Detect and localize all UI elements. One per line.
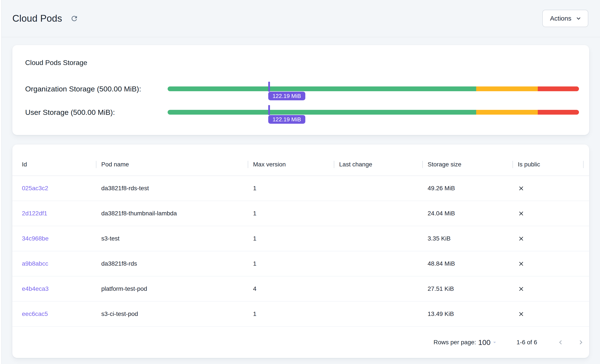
storage-usage-marker xyxy=(268,105,270,115)
storage-size-cell: 13.49 KiB xyxy=(423,310,513,318)
table-row: a9b8abcc da3821f8-rds 1 48.84 MiB xyxy=(12,251,589,276)
pod-name-cell: da3821f8-rds xyxy=(96,260,248,267)
organization-storage-row: Organization Storage (500.00 MiB): 122.1… xyxy=(25,82,579,95)
column-header-max-version[interactable]: Max version xyxy=(248,153,334,175)
page-header: Cloud Pods Actions xyxy=(2,0,600,37)
organization-storage-label: Organization Storage (500.00 MiB): xyxy=(25,85,168,93)
column-header-pod-name[interactable]: Pod name xyxy=(96,153,248,175)
table-row: e4b4eca3 platform-test-pod 4 27.51 KiB xyxy=(12,276,589,302)
column-header-id[interactable]: Id xyxy=(12,153,96,175)
close-icon xyxy=(518,286,525,292)
storage-zone-amber xyxy=(476,86,538,91)
pod-name-cell: da3821f8-rds-test xyxy=(96,185,248,192)
user-storage-bar: 122.19 MiB xyxy=(168,110,579,115)
storage-zone-red xyxy=(538,86,579,91)
storage-bar-track xyxy=(168,110,579,115)
max-version-cell: 1 xyxy=(248,210,334,217)
column-header-storage-size[interactable]: Storage size xyxy=(423,153,513,175)
actions-button-label: Actions xyxy=(550,15,571,22)
table-pagination: Rows per page: 100 1-6 of 6 xyxy=(12,327,589,358)
table-row: 025ac3c2 da3821f8-rds-test 1 49.26 MiB xyxy=(12,176,589,201)
max-version-cell: 1 xyxy=(248,310,334,318)
pod-name-cell: s3-ci-test-pod xyxy=(96,310,248,318)
is-public-cell xyxy=(513,311,584,318)
pod-id-link[interactable]: eec6cac5 xyxy=(22,310,48,317)
chevron-left-icon xyxy=(556,338,565,346)
storage-zone-amber xyxy=(476,110,538,115)
table-row: 34c968be s3-test 1 3.35 KiB xyxy=(12,226,589,251)
chevron-right-icon xyxy=(577,338,585,346)
storage-size-cell: 49.26 MiB xyxy=(423,185,513,192)
actions-button[interactable]: Actions xyxy=(542,10,588,27)
table-row: 2d122df1 da3821f8-thumbnail-lambda 1 24.… xyxy=(12,201,589,226)
close-icon xyxy=(518,185,525,192)
pod-id-link[interactable]: 34c968be xyxy=(22,235,48,242)
sidebar-edge xyxy=(0,0,2,364)
is-public-cell xyxy=(513,185,584,192)
storage-size-cell: 27.51 KiB xyxy=(423,285,513,292)
pagination-range-label: 1-6 of 6 xyxy=(516,339,537,346)
storage-size-cell: 3.35 KiB xyxy=(423,235,513,242)
table-header-row: Id Pod name Max version Last change Stor… xyxy=(12,145,589,176)
storage-usage-marker xyxy=(268,82,270,92)
refresh-button[interactable] xyxy=(68,13,80,24)
dropdown-caret-icon xyxy=(491,339,498,346)
user-storage-label: User Storage (500.00 MiB): xyxy=(25,108,168,117)
pod-name-cell: platform-test-pod xyxy=(96,285,248,292)
storage-bar-track xyxy=(168,86,579,91)
max-version-cell: 1 xyxy=(248,235,334,242)
pod-id-link[interactable]: a9b8abcc xyxy=(22,260,48,267)
storage-size-cell: 24.04 MiB xyxy=(423,210,513,217)
pod-id-link[interactable]: 025ac3c2 xyxy=(22,185,48,191)
is-public-cell xyxy=(513,235,584,242)
close-icon xyxy=(518,235,525,242)
storage-zone-green xyxy=(168,86,476,91)
user-storage-row: User Storage (500.00 MiB): 122.19 MiB xyxy=(25,106,579,119)
cloud-pods-table-card: Id Pod name Max version Last change Stor… xyxy=(12,145,589,358)
is-public-cell xyxy=(513,286,584,292)
storage-zone-green xyxy=(168,110,476,115)
pod-id-link[interactable]: 2d122df1 xyxy=(22,210,47,217)
is-public-cell xyxy=(513,260,584,267)
max-version-cell: 1 xyxy=(248,185,334,192)
next-page-button[interactable] xyxy=(576,337,586,347)
rows-per-page-label: Rows per page: xyxy=(433,339,476,346)
storage-usage-tooltip: 122.19 MiB xyxy=(268,92,306,100)
page-title: Cloud Pods xyxy=(12,13,62,24)
chevron-down-icon xyxy=(575,15,582,22)
close-icon xyxy=(518,311,525,318)
pod-name-cell: s3-test xyxy=(96,235,248,242)
storage-card-title: Cloud Pods Storage xyxy=(25,58,579,67)
pod-id-link[interactable]: e4b4eca3 xyxy=(22,285,48,292)
rows-per-page-value: 100 xyxy=(478,338,490,347)
storage-size-cell: 48.84 MiB xyxy=(423,260,513,267)
previous-page-button[interactable] xyxy=(555,337,566,347)
refresh-icon xyxy=(70,15,78,23)
is-public-cell xyxy=(513,210,584,217)
storage-card: Cloud Pods Storage Organization Storage … xyxy=(12,45,589,135)
storage-zone-red xyxy=(538,110,579,115)
storage-usage-tooltip: 122.19 MiB xyxy=(268,115,306,124)
pod-name-cell: da3821f8-thumbnail-lambda xyxy=(96,210,248,217)
rows-per-page-select[interactable]: 100 xyxy=(478,338,498,347)
table-row: eec6cac5 s3-ci-test-pod 1 13.49 KiB xyxy=(12,302,589,327)
max-version-cell: 4 xyxy=(248,285,334,292)
column-header-last-change[interactable]: Last change xyxy=(334,153,423,175)
max-version-cell: 1 xyxy=(248,260,334,267)
organization-storage-bar: 122.19 MiB xyxy=(168,86,579,91)
close-icon xyxy=(518,210,525,217)
column-header-is-public[interactable]: Is public xyxy=(513,153,584,175)
close-icon xyxy=(518,260,525,267)
